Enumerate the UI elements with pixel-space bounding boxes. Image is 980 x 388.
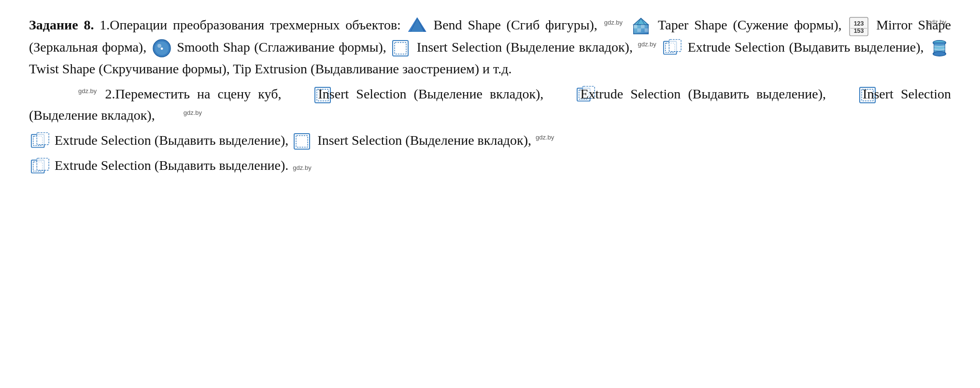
paragraph-2b: Extrude Selection (Выдавить выделение), … (29, 130, 951, 152)
svg-rect-5 (634, 25, 638, 28)
extrude-label-4: Extrude Selection (Выдавить выделение). (55, 158, 288, 173)
svg-text:●: ● (160, 45, 163, 51)
svg-text:123: 123 (854, 20, 864, 27)
svg-rect-6 (641, 25, 645, 28)
extrude-selection-icon-4 (30, 157, 50, 177)
twist-icon (929, 38, 950, 58)
insert-label-1: Insert Selection (Выделение вкладок), (417, 40, 633, 55)
svg-rect-8 (644, 28, 648, 32)
svg-point-24 (933, 52, 946, 56)
insert-label-4: Insert Selection (Выделение вкладок), (317, 133, 531, 148)
extrude-selection-icon-1 (663, 39, 682, 58)
bend-label: Bend Shape (Сгиб фигуры), (433, 17, 597, 32)
extrude-label-1: Extrude Selection (Выдавить выделение), (688, 40, 924, 55)
svg-rect-18 (395, 42, 406, 54)
extrude-label-2: Extrude Selection (Выдавить выделение), (580, 86, 826, 101)
insert-label-2: Insert Selection (Выделение вкладок), (318, 86, 544, 101)
extrude-selection-icon-3 (30, 132, 50, 151)
extrude-label-3: Extrude Selection (Выдавить выделение), (55, 133, 288, 148)
para2-intro: 2.Переместить на сцену куб, (105, 86, 281, 101)
svg-marker-0 (409, 18, 426, 35)
insert-selection-icon-1 (392, 39, 411, 58)
svg-marker-2 (634, 18, 649, 24)
main-content: Задание 8. 1.Операции преобразования тре… (29, 14, 951, 177)
svg-rect-41 (37, 158, 49, 170)
twist-label: Twist Shape (Скручивание формы), Tip Ext… (29, 61, 511, 76)
paragraph-1: Задание 8. 1.Операции преобразования тре… (29, 14, 951, 80)
svg-rect-7 (637, 28, 641, 32)
svg-text:153: 153 (854, 28, 864, 34)
taper-label: Taper Shape (Сужение формы), (658, 17, 841, 32)
svg-rect-38 (296, 136, 308, 147)
paragraph-2: gdz.by 2.Переместить на сцену куб, Inser… (29, 83, 951, 126)
extrude-selection-icon-2 (552, 85, 571, 105)
insert-selection-icon-4 (293, 132, 312, 151)
smooth-label: Smooth Shap (Сглаживание формы), (177, 40, 386, 55)
svg-rect-21 (669, 40, 682, 52)
insert-selection-icon-2 (290, 85, 309, 105)
smooth-icon: ● (152, 39, 171, 58)
svg-rect-36 (37, 133, 49, 145)
text-operations: 1.Операции преобразования трехмерных объ… (99, 17, 401, 32)
mirror-icon: 123 153 (849, 16, 869, 37)
bend-icon (408, 17, 426, 36)
task-label: Задание 8. (29, 17, 94, 32)
paragraph-2c: Extrude Selection (Выдавить выделение). … (29, 155, 951, 177)
insert-selection-icon-3 (835, 85, 854, 105)
watermark-top: gdz.by (928, 18, 946, 26)
taper-icon (631, 16, 651, 37)
